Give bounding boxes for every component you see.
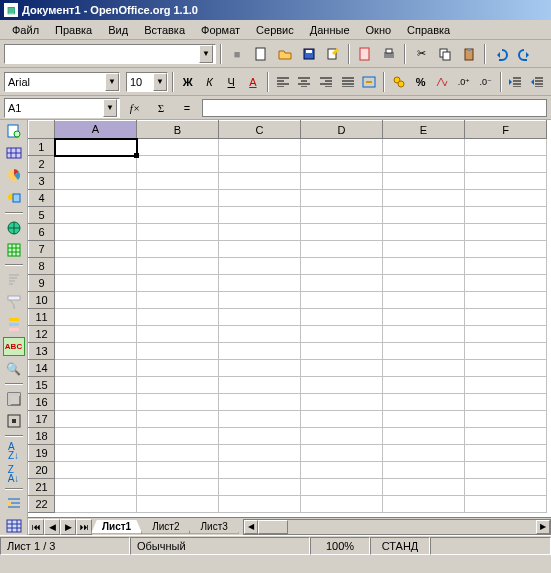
row-header[interactable]: 12 xyxy=(29,326,55,343)
column-header[interactable]: A xyxy=(55,121,137,139)
subtotals-icon[interactable] xyxy=(3,495,25,513)
sheet-tab-2[interactable]: Лист2 xyxy=(141,520,190,534)
cell[interactable] xyxy=(383,411,465,428)
cell[interactable] xyxy=(465,292,547,309)
cell[interactable] xyxy=(55,173,137,190)
cell[interactable] xyxy=(383,394,465,411)
cell[interactable] xyxy=(383,360,465,377)
cell[interactable] xyxy=(219,411,301,428)
cell[interactable] xyxy=(55,411,137,428)
cell[interactable] xyxy=(137,462,219,479)
cell[interactable] xyxy=(383,377,465,394)
cell[interactable] xyxy=(465,241,547,258)
cell[interactable] xyxy=(465,428,547,445)
menu-edit[interactable]: Правка xyxy=(49,22,98,38)
cell[interactable] xyxy=(301,275,383,292)
currency-icon[interactable] xyxy=(389,71,409,93)
paste-icon[interactable] xyxy=(458,43,480,65)
underline-button[interactable]: Ч xyxy=(221,71,241,93)
cell[interactable] xyxy=(465,377,547,394)
menu-view[interactable]: Вид xyxy=(102,22,134,38)
cell[interactable] xyxy=(55,190,137,207)
cell[interactable] xyxy=(465,326,547,343)
row-header[interactable]: 9 xyxy=(29,275,55,292)
column-header[interactable]: E xyxy=(383,121,465,139)
row-header[interactable]: 4 xyxy=(29,190,55,207)
cell[interactable] xyxy=(383,258,465,275)
row-header[interactable]: 13 xyxy=(29,343,55,360)
cell[interactable] xyxy=(301,309,383,326)
cell[interactable] xyxy=(55,343,137,360)
cell[interactable] xyxy=(301,139,383,156)
align-center-icon[interactable] xyxy=(294,71,314,93)
cell[interactable] xyxy=(383,173,465,190)
new-icon[interactable] xyxy=(250,43,272,65)
cell[interactable] xyxy=(55,156,137,173)
row-header[interactable]: 22 xyxy=(29,496,55,513)
tab-prev-icon[interactable]: ◀ xyxy=(44,519,60,535)
stop-icon[interactable]: ■ xyxy=(226,43,248,65)
menu-tools[interactable]: Сервис xyxy=(250,22,300,38)
add-decimal-icon[interactable]: .0⁺ xyxy=(454,71,474,93)
grid[interactable]: ABCDEF1234567891011121314151617181920212… xyxy=(28,120,551,517)
dropdown-icon[interactable]: ▼ xyxy=(153,73,167,91)
cell[interactable] xyxy=(137,428,219,445)
cell[interactable] xyxy=(383,156,465,173)
value-highlight-icon[interactable] xyxy=(3,412,25,430)
column-header[interactable]: D xyxy=(301,121,383,139)
cell[interactable] xyxy=(301,241,383,258)
menu-insert[interactable]: Вставка xyxy=(138,22,191,38)
cell[interactable] xyxy=(465,309,547,326)
row-header[interactable]: 6 xyxy=(29,224,55,241)
cell[interactable] xyxy=(137,258,219,275)
cell[interactable] xyxy=(137,224,219,241)
cell[interactable] xyxy=(383,139,465,156)
spellcheck-icon[interactable]: ABC xyxy=(3,337,25,356)
cell[interactable] xyxy=(55,445,137,462)
cell[interactable] xyxy=(301,445,383,462)
sheet-icon[interactable] xyxy=(3,241,25,259)
status-zoom[interactable]: 100% xyxy=(310,537,370,555)
sheet-tab-1[interactable]: Лист1 xyxy=(91,520,142,534)
cell[interactable] xyxy=(55,479,137,496)
cell[interactable] xyxy=(137,207,219,224)
cell[interactable] xyxy=(383,462,465,479)
row-header[interactable]: 5 xyxy=(29,207,55,224)
insert-icon[interactable] xyxy=(3,122,25,140)
cell[interactable] xyxy=(137,445,219,462)
dropdown-icon[interactable]: ▼ xyxy=(103,99,117,117)
find-icon[interactable]: 🔍 xyxy=(3,360,25,378)
row-header[interactable]: 20 xyxy=(29,462,55,479)
cell[interactable] xyxy=(465,479,547,496)
tab-first-icon[interactable]: ⏮ xyxy=(28,519,44,535)
cell[interactable] xyxy=(137,139,219,156)
cell[interactable] xyxy=(383,428,465,445)
italic-button[interactable]: К xyxy=(200,71,220,93)
datapilot-icon[interactable] xyxy=(3,517,25,535)
cell[interactable] xyxy=(301,156,383,173)
menu-file[interactable]: Файл xyxy=(6,22,45,38)
cell[interactable] xyxy=(219,224,301,241)
undo-icon[interactable] xyxy=(490,43,512,65)
bold-button[interactable]: Ж xyxy=(178,71,198,93)
export-pdf-icon[interactable] xyxy=(354,43,376,65)
cell[interactable] xyxy=(137,377,219,394)
cell[interactable] xyxy=(55,462,137,479)
cell[interactable] xyxy=(137,190,219,207)
cell[interactable] xyxy=(55,360,137,377)
autofilter-icon[interactable] xyxy=(3,293,25,311)
menu-help[interactable]: Справка xyxy=(401,22,456,38)
sum-icon[interactable]: Σ xyxy=(150,97,172,119)
cell[interactable] xyxy=(465,258,547,275)
sort-asc-icon[interactable]: AZ↓ xyxy=(3,442,25,460)
font-name-combo[interactable]: ▼ xyxy=(4,72,120,92)
cell[interactable] xyxy=(137,309,219,326)
cell-reference-input[interactable] xyxy=(5,99,103,117)
cell[interactable] xyxy=(219,207,301,224)
merge-cells-icon[interactable] xyxy=(360,71,380,93)
cell[interactable] xyxy=(219,190,301,207)
cell[interactable] xyxy=(219,156,301,173)
align-right-icon[interactable] xyxy=(316,71,336,93)
row-header[interactable]: 11 xyxy=(29,309,55,326)
standard-format-icon[interactable] xyxy=(433,71,453,93)
